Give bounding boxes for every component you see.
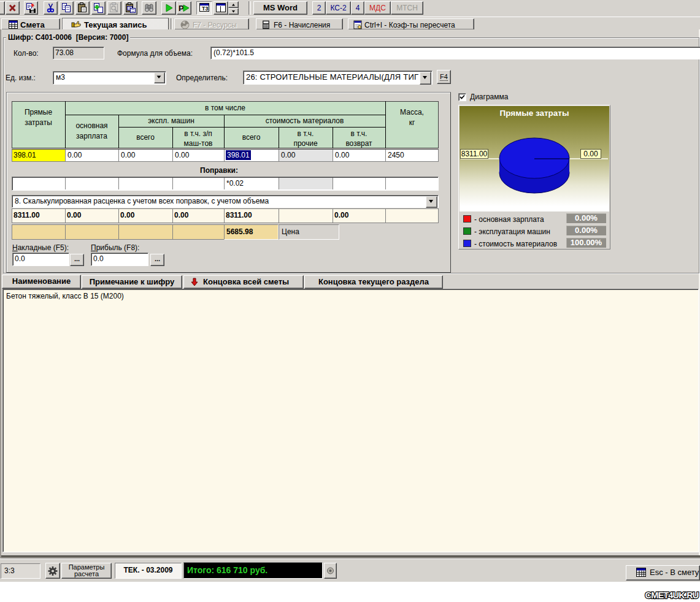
svg-text:CMET4UK.RU: CMET4UK.RU [645,590,698,600]
svg-text:Т3: Т3 [202,6,209,12]
svg-text:Прямые затраты: Прямые затраты [500,109,569,118]
